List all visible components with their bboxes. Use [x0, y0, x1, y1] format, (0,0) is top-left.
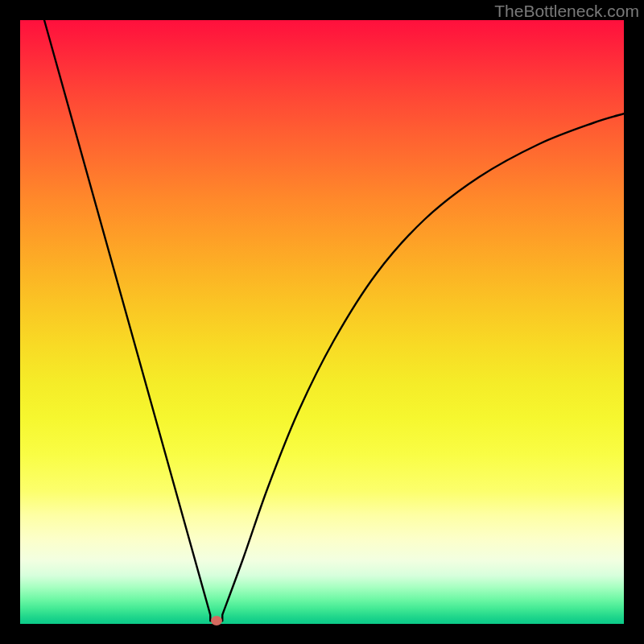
- chart-frame: TheBottleneck.com: [0, 0, 644, 644]
- plot-area: [20, 20, 624, 624]
- bottleneck-curve: [20, 20, 624, 624]
- curve-minimum-marker: [211, 616, 222, 625]
- watermark-text: TheBottleneck.com: [494, 2, 639, 21]
